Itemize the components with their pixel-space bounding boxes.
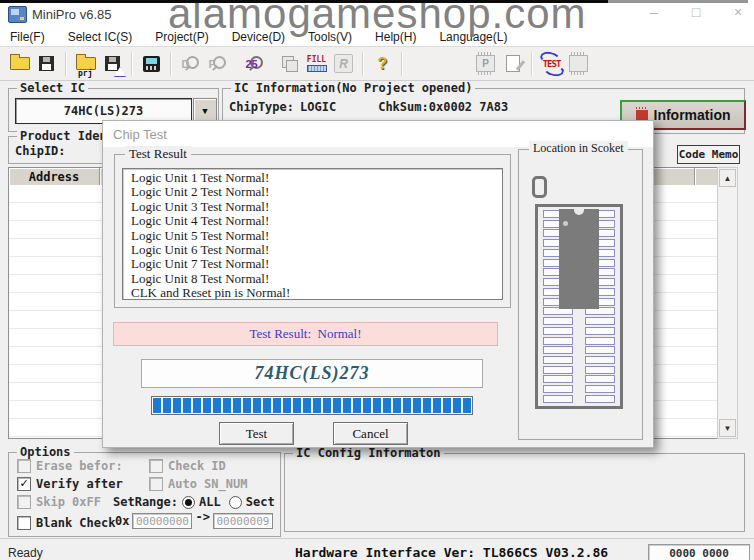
range-sect-label: Sect [246, 495, 275, 509]
verify-after-option[interactable]: ✓ Verify after [17, 477, 123, 491]
id-check-button: D [177, 50, 204, 77]
close-button[interactable]: × [728, 4, 748, 20]
fill-icon: FILL [307, 55, 327, 72]
test-result-list: Logic Unit 1 Test Normal!Logic Unit 2 Te… [122, 168, 503, 300]
test-result-line[interactable]: Logic Unit 6 Test Normal! [131, 243, 502, 257]
menu-item[interactable]: Language(L) [439, 30, 507, 44]
toolbar-separator [170, 52, 172, 76]
open-folder-icon [10, 57, 30, 70]
information-button-label: Information [654, 107, 731, 123]
test-chip-button[interactable]: TEST [538, 50, 565, 77]
skip-ff-label: Skip 0xFF [36, 495, 101, 509]
status-ready: Ready [8, 546, 43, 560]
serial-number-button[interactable]: 25 [241, 50, 268, 77]
open-project-button[interactable]: prj [72, 50, 99, 77]
cancel-button[interactable]: Cancel [333, 422, 408, 445]
progress-bar-fill [153, 398, 471, 413]
auto-sn-checkbox [149, 477, 163, 491]
range-to-input[interactable] [213, 513, 273, 529]
range-all-radio[interactable] [182, 496, 195, 509]
id-check-icon: D [181, 54, 201, 74]
program-chip-icon: P [476, 55, 495, 72]
socket-pin-row [543, 327, 615, 335]
scroll-down-arrow[interactable]: ▼ [719, 419, 736, 437]
minimize-button[interactable]: – [644, 4, 664, 20]
check-id-checkbox [149, 459, 163, 473]
socket-pin-slot [585, 327, 615, 335]
check-id-label: Check ID [168, 459, 226, 473]
socket-pin-slot [543, 317, 573, 325]
fill-buffer-button[interactable]: FILL [303, 50, 330, 77]
erase-before-checkbox [17, 459, 31, 473]
socket-location-label: Location in Scoket [529, 141, 628, 156]
test-result-line[interactable]: CLK and Reset pin is Normal! [131, 286, 502, 300]
chip-test-dialog: Chip Test Test Result Logic Unit 1 Test … [102, 120, 654, 448]
maximize-button[interactable]: □ [686, 4, 706, 20]
toolbar-separator [401, 52, 403, 76]
menu-item[interactable]: Tools(V) [308, 30, 352, 44]
menu-item[interactable]: Device(D) [232, 30, 285, 44]
toolbar-separator [65, 52, 67, 76]
app-icon [8, 6, 27, 23]
chiptype-value: LOGIC [300, 100, 336, 114]
chip-name-display: 74HC(LS)273 [141, 359, 483, 388]
prj-label: prj [78, 69, 92, 78]
socket-pin-slot [543, 385, 573, 393]
test-result-group-label: Test Result [125, 146, 191, 162]
options-group-label: Options [17, 445, 74, 459]
chksum-label: ChkSum: [378, 100, 429, 114]
skip-ff-option: Skip 0xFF [17, 495, 101, 509]
verify-after-checkbox[interactable]: ✓ [17, 477, 31, 491]
test-button[interactable]: Test [219, 422, 294, 445]
range-sect-radio[interactable] [229, 496, 242, 509]
read-chip-button: R [330, 50, 357, 77]
menu-item[interactable]: Select IC(S) [68, 30, 133, 44]
select-ic-group-label: Select IC [17, 81, 88, 95]
blank-check-option[interactable]: Blank Check [17, 516, 115, 530]
status-code-box: 0000 0000 [648, 544, 750, 560]
verify-after-label: Verify after [36, 477, 123, 491]
chipid-label: ChipID: [15, 144, 66, 158]
address-column-header[interactable]: Address [9, 168, 100, 185]
blank-check-label: Blank Check [36, 516, 115, 530]
help-button[interactable]: ? [369, 50, 396, 77]
address-range-row: 0x -> [115, 513, 273, 529]
read-icon: R [334, 54, 353, 73]
minipro-window: alamogameshop.com MiniPro v6.85 – □ × Fi… [0, 0, 754, 560]
ic-chip-icon [569, 55, 588, 72]
device-button[interactable] [138, 50, 165, 77]
socket-pin-slot [585, 375, 615, 383]
table-scrollbar[interactable]: ▲ ▼ [717, 167, 738, 439]
scroll-up-arrow[interactable]: ▲ [719, 169, 736, 187]
test-result-line[interactable]: Logic Unit 4 Test Normal! [131, 214, 502, 228]
chip-in-socket [559, 209, 599, 309]
find-chip-button: F [204, 50, 231, 77]
socket-pin-slot [585, 385, 615, 393]
save-file-button[interactable] [33, 50, 60, 77]
socket-pin-slot [585, 317, 615, 325]
toolbar-separator [362, 52, 364, 76]
programmer-device-icon [143, 56, 160, 72]
menu-item[interactable]: Help(H) [375, 30, 416, 44]
find-chip-icon: F [208, 54, 228, 74]
save-project-button[interactable] [99, 50, 126, 77]
test-result-line[interactable]: Logic Unit 5 Test Normal! [131, 229, 502, 243]
hardware-version-text: Hardware Interface Ver: TL866CS V03.2.86 [295, 545, 608, 560]
socket-pin-slot [543, 346, 573, 354]
blank-check-checkbox[interactable] [17, 516, 31, 530]
socket-pin-slot [585, 346, 615, 354]
range-from-input[interactable] [132, 513, 192, 529]
socket-pin-slot [585, 356, 615, 364]
open-file-button[interactable] [6, 50, 33, 77]
test-result-line[interactable]: Logic Unit 3 Test Normal! [131, 200, 502, 214]
test-result-line[interactable]: Logic Unit 1 Test Normal! [131, 171, 502, 185]
menu-item[interactable]: File(F) [10, 30, 45, 44]
menu-item[interactable]: Project(P) [155, 30, 208, 44]
test-result-line[interactable]: Logic Unit 7 Test Normal! [131, 257, 502, 271]
title-bar: MiniPro v6.85 – □ × [0, 0, 754, 28]
test-result-line[interactable]: Logic Unit 2 Test Normal! [131, 185, 502, 199]
socket-pin-row [543, 356, 615, 364]
test-result-line[interactable]: Logic Unit 8 Test Normal! [131, 272, 502, 286]
socket-pin-slot [585, 337, 615, 345]
socket-pin-row [543, 337, 615, 345]
